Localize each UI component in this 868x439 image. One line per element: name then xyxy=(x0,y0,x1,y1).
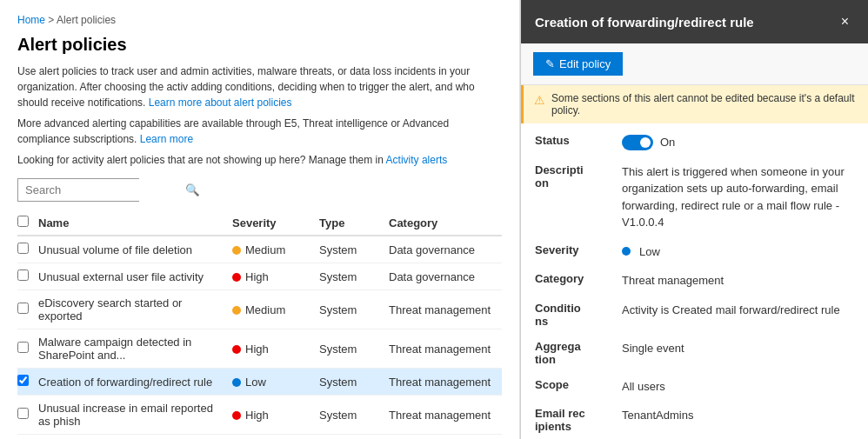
table-row[interactable]: eDiscovery search started or exported Me… xyxy=(17,290,502,329)
severity-label: Severity xyxy=(535,243,622,261)
severity-indicator xyxy=(232,378,241,387)
severity-row: Severity Low xyxy=(535,243,854,261)
edit-policy-label: Edit policy xyxy=(559,57,611,70)
row-severity: Medium xyxy=(232,435,319,440)
row-category: Data governance xyxy=(389,236,502,263)
row-category: Data governance xyxy=(389,435,502,440)
email-recipients-row: Email recipients TenantAdmins xyxy=(535,407,854,433)
status-text: On xyxy=(660,134,675,151)
breadcrumb-home[interactable]: Home xyxy=(17,14,45,26)
row-severity: Medium xyxy=(232,290,319,329)
scope-value: All users xyxy=(622,378,854,396)
row-checkbox[interactable] xyxy=(17,375,29,386)
close-button[interactable]: × xyxy=(836,12,854,31)
table-row[interactable]: Malware campaign detected in SharePoint … xyxy=(17,329,502,369)
learn-more-alert-link[interactable]: Learn more about alert policies xyxy=(149,96,292,109)
severity-text: Low xyxy=(639,243,660,261)
aggregation-value: Single event xyxy=(622,340,854,366)
scope-label: Scope xyxy=(535,378,622,396)
table-row[interactable]: Unusual external user file activity High… xyxy=(17,263,502,290)
row-type: System xyxy=(319,290,389,329)
severity-value: Low xyxy=(622,243,854,261)
email-recipients-label: Email recipients xyxy=(535,407,622,433)
description-value: This alert is triggered when someone in … xyxy=(622,163,854,231)
detail-toolbar: ✎ Edit policy xyxy=(521,43,868,85)
edit-policy-button[interactable]: ✎ Edit policy xyxy=(533,52,623,76)
activity-alerts-link[interactable]: Activity alerts xyxy=(386,154,448,166)
right-panel: Creation of forwarding/redirect rule × ✎… xyxy=(520,0,868,439)
warning-icon: ⚠ xyxy=(534,93,545,107)
alert-table: Name Severity Type Category Unusual volu… xyxy=(17,210,502,439)
col-header-severity: Severity xyxy=(232,210,319,236)
severity-indicator xyxy=(232,345,241,354)
row-name: Unusual volume of file deletion xyxy=(38,236,232,263)
conditions-value: Activity is Created mail forward/redirec… xyxy=(622,302,854,328)
table-row[interactable]: Unusual volume of file deletion Medium S… xyxy=(17,236,502,263)
page-description-1: Use alert policies to track user and adm… xyxy=(17,63,502,110)
description-row: Description This alert is triggered when… xyxy=(535,163,854,231)
row-category: Data governance xyxy=(389,263,502,290)
conditions-row: Conditions Activity is Created mail forw… xyxy=(535,302,854,328)
row-type: System xyxy=(319,329,389,369)
detail-content: Status On Description This alert is trig… xyxy=(521,123,868,439)
col-header-type: Type xyxy=(319,210,389,236)
warning-bar: ⚠ Some sections of this alert cannot be … xyxy=(521,85,868,123)
status-value: On xyxy=(622,134,854,151)
detail-header: Creation of forwarding/redirect rule × xyxy=(521,0,868,43)
row-severity: Low xyxy=(232,369,319,396)
row-type: System xyxy=(319,263,389,290)
severity-indicator xyxy=(232,273,241,282)
row-checkbox[interactable] xyxy=(17,269,29,281)
severity-indicator xyxy=(232,411,241,420)
warning-text: Some sections of this alert cannot be ed… xyxy=(551,92,858,116)
row-checkbox[interactable] xyxy=(17,303,29,314)
row-name: Unusual increase in email reported as ph… xyxy=(38,396,232,435)
table-row[interactable]: Unusual increase in email reported as ph… xyxy=(17,396,502,435)
search-input[interactable] xyxy=(18,179,178,201)
select-all-checkbox[interactable] xyxy=(17,216,29,227)
breadcrumb: Home > Alert policies xyxy=(17,14,502,26)
row-type: System xyxy=(319,236,389,263)
conditions-label: Conditions xyxy=(535,302,622,328)
row-severity: High xyxy=(232,263,319,290)
row-checkbox[interactable] xyxy=(17,342,29,353)
row-type: System xyxy=(319,435,389,440)
row-severity: High xyxy=(232,329,319,369)
search-button[interactable]: 🔍 xyxy=(178,179,207,201)
row-name: Unusual external user file activity xyxy=(38,263,232,290)
col-header-category: Category xyxy=(389,210,502,236)
col-header-name: Name xyxy=(38,210,232,236)
category-label: Category xyxy=(535,272,622,289)
severity-indicator xyxy=(232,306,241,315)
description-label: Description xyxy=(535,163,622,231)
row-checkbox[interactable] xyxy=(17,408,29,419)
row-category: Threat management xyxy=(389,369,502,396)
row-category: Threat management xyxy=(389,396,502,435)
table-row[interactable]: Creation of forwarding/redirect rule Low… xyxy=(17,369,502,396)
breadcrumb-current: Alert policies xyxy=(57,14,116,26)
scope-row: Scope All users xyxy=(535,378,854,396)
edit-icon: ✎ xyxy=(545,57,555,70)
status-row: Status On xyxy=(535,134,854,151)
table-row[interactable]: Unusual volume of external file sharing … xyxy=(17,435,502,440)
row-category: Threat management xyxy=(389,290,502,329)
breadcrumb-separator: > xyxy=(48,14,57,26)
row-name: eDiscovery search started or exported xyxy=(38,290,232,329)
row-severity: Medium xyxy=(232,236,319,263)
category-row: Category Threat management xyxy=(535,272,854,289)
row-type: System xyxy=(319,396,389,435)
left-panel: Home > Alert policies Alert policies Use… xyxy=(0,0,520,439)
category-value: Threat management xyxy=(622,272,854,289)
row-severity: High xyxy=(232,396,319,435)
learn-more-e5-link[interactable]: Learn more xyxy=(140,133,193,145)
email-recipients-value: TenantAdmins xyxy=(622,407,854,433)
search-box[interactable]: 🔍 xyxy=(17,178,139,202)
row-name: Creation of forwarding/redirect rule xyxy=(38,369,232,396)
aggregation-label: Aggregation xyxy=(535,340,622,366)
severity-indicator xyxy=(232,246,241,255)
status-toggle[interactable] xyxy=(622,135,653,150)
severity-dot xyxy=(622,247,631,256)
detail-title: Creation of forwarding/redirect rule xyxy=(535,15,754,30)
row-checkbox[interactable] xyxy=(17,243,29,254)
row-type: System xyxy=(319,369,389,396)
